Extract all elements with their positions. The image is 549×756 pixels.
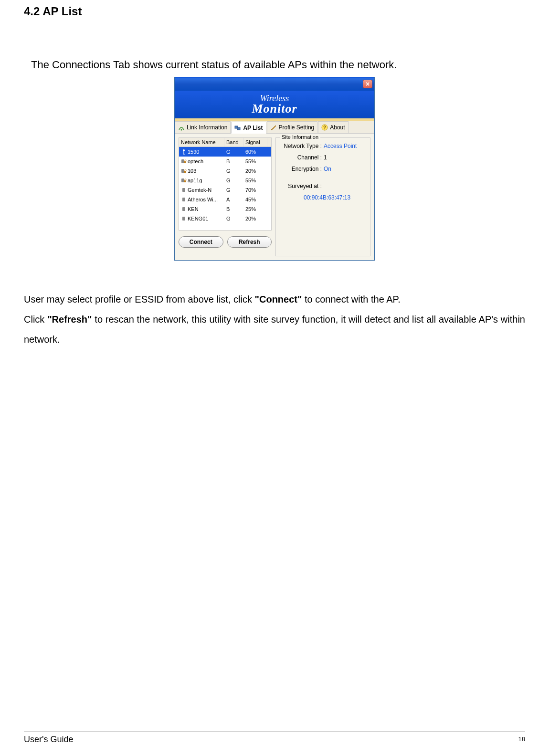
cell-band: G bbox=[224, 216, 243, 221]
ap-icon bbox=[181, 216, 187, 221]
table-row[interactable]: optechB55% bbox=[179, 157, 271, 166]
ap-locked-icon bbox=[181, 158, 187, 164]
page-number: 18 bbox=[518, 735, 525, 743]
tab-label: Profile Setting bbox=[279, 124, 315, 131]
intro-text: The Connections Tab shows current status… bbox=[31, 59, 525, 71]
computers-icon bbox=[234, 125, 241, 131]
table-row[interactable]: ap11gG55% bbox=[179, 176, 271, 185]
help-icon: ? bbox=[321, 124, 328, 131]
connect-keyword: "Connect" bbox=[254, 294, 302, 304]
table-row[interactable]: 1590G60% bbox=[179, 147, 271, 157]
table-row[interactable]: KENG01G20% bbox=[179, 214, 271, 223]
cell-signal: 55% bbox=[243, 178, 267, 183]
svg-text:?: ? bbox=[323, 125, 326, 130]
paragraph-1: User may select profile or ESSID from ab… bbox=[24, 289, 525, 309]
text-fragment: User may select profile or ESSID from ab… bbox=[24, 294, 254, 304]
text-fragment: to connect with the AP. bbox=[302, 294, 400, 304]
tab-link-information[interactable]: Link Information bbox=[175, 121, 231, 133]
surveyed-label: Surveyed at : bbox=[280, 183, 324, 189]
svg-rect-6 bbox=[181, 159, 184, 163]
channel-label: Channel : bbox=[280, 154, 324, 161]
network-name-text: Gemtek-N bbox=[188, 187, 211, 193]
ap-locked-icon bbox=[181, 178, 187, 183]
tab-ap-list[interactable]: AP List bbox=[231, 122, 266, 134]
cell-signal: 55% bbox=[243, 158, 267, 164]
network-type-value: Access Point bbox=[324, 143, 357, 149]
table-row[interactable]: Gemtek-NG70% bbox=[179, 185, 271, 195]
cell-network-name: Atheros Wi... bbox=[179, 197, 224, 202]
list-body: 1590G60%optechB55%103G20%ap11gG55%Gemtek… bbox=[179, 147, 272, 231]
col-signal[interactable]: Signal bbox=[243, 138, 267, 147]
svg-rect-14 bbox=[182, 207, 185, 211]
signal-icon bbox=[178, 124, 185, 131]
info-row-surveyed: Surveyed at : bbox=[280, 183, 366, 189]
cell-signal: 70% bbox=[243, 187, 267, 193]
table-row[interactable]: KENB25% bbox=[179, 204, 271, 214]
network-name-text: 1590 bbox=[188, 149, 199, 155]
network-name-text: KEN bbox=[188, 206, 199, 212]
svg-rect-10 bbox=[181, 178, 184, 182]
refresh-button[interactable]: Refresh bbox=[227, 236, 272, 248]
tab-profile-setting[interactable]: Profile Setting bbox=[267, 121, 318, 133]
encryption-label: Encryption : bbox=[280, 166, 324, 172]
logo-bottom: Monitor bbox=[252, 103, 297, 115]
col-network-name[interactable]: Network Name bbox=[179, 138, 224, 147]
titlebar: × bbox=[175, 77, 374, 91]
connect-button[interactable]: Connect bbox=[179, 236, 223, 248]
info-row-channel: Channel : 1 bbox=[280, 154, 366, 161]
text-fragment: to rescan the network, this utility with… bbox=[24, 314, 525, 345]
close-button[interactable]: × bbox=[363, 80, 372, 88]
cell-signal: 60% bbox=[243, 149, 267, 155]
body-text: User may select profile or ESSID from ab… bbox=[24, 289, 525, 349]
refresh-keyword: "Refresh" bbox=[47, 314, 92, 325]
buttons-row: Connect Refresh bbox=[179, 236, 272, 248]
site-information-panel: Site Information Network Type : Access P… bbox=[275, 137, 370, 256]
svg-rect-12 bbox=[182, 188, 185, 192]
ap-list-panel: Network Name Band Signal 1590G60%optechB… bbox=[179, 137, 272, 256]
cell-network-name: Gemtek-N bbox=[179, 187, 224, 193]
cell-band: G bbox=[224, 187, 243, 193]
main-area: Network Name Band Signal 1590G60%optechB… bbox=[175, 134, 374, 260]
network-name-text: optech bbox=[188, 158, 203, 164]
svg-rect-7 bbox=[184, 161, 186, 163]
text-fragment: Click bbox=[24, 314, 47, 325]
mac-value: 00:90:4B:63:47:13 bbox=[304, 194, 366, 201]
svg-rect-11 bbox=[184, 180, 186, 182]
cell-signal: 20% bbox=[243, 168, 267, 174]
col-band[interactable]: Band bbox=[224, 138, 243, 147]
svg-rect-15 bbox=[182, 217, 185, 220]
footer-divider bbox=[24, 732, 525, 732]
cell-network-name: optech bbox=[179, 158, 224, 164]
cell-signal: 45% bbox=[243, 197, 267, 202]
list-header: Network Name Band Signal bbox=[179, 137, 272, 147]
channel-value: 1 bbox=[324, 154, 327, 161]
cell-network-name: 1590 bbox=[179, 149, 224, 155]
svg-point-5 bbox=[183, 149, 185, 151]
close-icon: × bbox=[366, 80, 370, 88]
pencil-icon bbox=[270, 124, 277, 131]
tab-label: Link Information bbox=[187, 124, 227, 131]
cell-band: G bbox=[224, 178, 243, 183]
footer-guide: User's Guide bbox=[24, 735, 73, 745]
tabs: Link Information AP List Profile Setting… bbox=[175, 121, 374, 134]
svg-rect-2 bbox=[237, 127, 240, 130]
cell-signal: 20% bbox=[243, 216, 267, 221]
wireless-monitor-window: × Wireless Monitor Link Information AP L… bbox=[174, 77, 375, 261]
antenna-icon bbox=[181, 149, 187, 155]
network-name-text: KENG01 bbox=[188, 216, 208, 221]
cell-signal: 25% bbox=[243, 206, 267, 212]
app-logo: Wireless Monitor bbox=[252, 94, 297, 115]
info-row-network-type: Network Type : Access Point bbox=[280, 143, 366, 149]
info-row-encryption: Encryption : On bbox=[280, 166, 366, 172]
ap-icon bbox=[181, 187, 187, 193]
table-row[interactable]: 103G20% bbox=[179, 166, 271, 176]
table-row[interactable]: Atheros Wi...A45% bbox=[179, 195, 271, 204]
svg-point-0 bbox=[181, 129, 182, 131]
network-type-label: Network Type : bbox=[280, 143, 324, 149]
network-name-text: ap11g bbox=[188, 178, 202, 183]
network-name-text: 103 bbox=[188, 168, 196, 174]
cell-band: B bbox=[224, 158, 243, 164]
logo-area: Wireless Monitor bbox=[175, 91, 374, 118]
tab-about[interactable]: ? About bbox=[318, 121, 348, 133]
network-name-text: Atheros Wi... bbox=[188, 197, 218, 202]
